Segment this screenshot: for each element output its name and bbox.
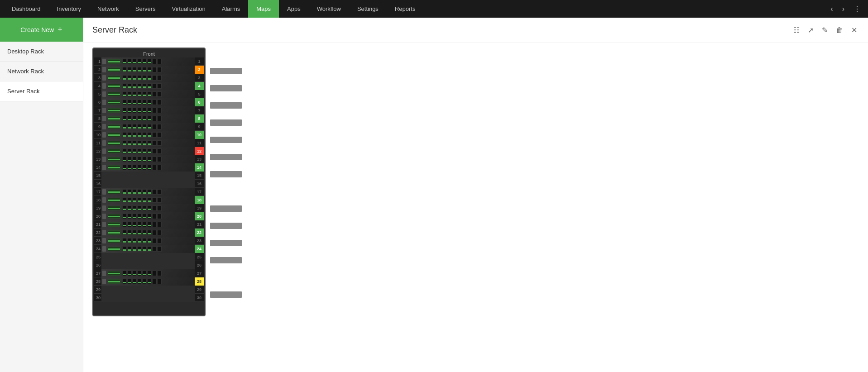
sidebar-item-network-rack[interactable]: Network Rack <box>0 62 83 81</box>
labels-panel <box>210 48 242 316</box>
drive-bay <box>122 189 127 195</box>
rack-row-right-num-7: 7 <box>195 106 204 114</box>
drive-bay <box>127 83 132 89</box>
server-led <box>102 140 106 146</box>
grid-view-icon[interactable]: ☷ <box>791 24 801 36</box>
top-nav: Dashboard Inventory Network Servers Virt… <box>0 0 868 18</box>
drive-bay <box>127 205 132 211</box>
server-led <box>102 75 106 81</box>
rack-row-23: 2323 <box>94 237 204 245</box>
rack-slot-24[interactable] <box>101 245 195 253</box>
nav-next-button[interactable]: › <box>839 3 848 15</box>
rack-slot-20[interactable] <box>101 212 195 220</box>
server-display <box>108 141 120 145</box>
label-tag-18 <box>210 205 242 212</box>
server-led <box>102 132 106 138</box>
rack-slot-8[interactable] <box>101 114 195 123</box>
drive-bay <box>127 124 132 129</box>
nav-network[interactable]: Network <box>89 0 127 18</box>
rack-slot-17[interactable] <box>101 188 195 196</box>
sidebar-item-server-rack[interactable]: Server Rack <box>0 81 83 101</box>
nav-dashboard[interactable]: Dashboard <box>4 0 49 18</box>
drive-bay <box>132 222 137 227</box>
nav-prev-button[interactable]: ‹ <box>827 3 836 15</box>
rack-slot-4[interactable] <box>101 82 195 90</box>
rack-row-right-num-23: 23 <box>195 237 204 245</box>
label-tag-4 <box>210 85 242 91</box>
rack-slot-12[interactable] <box>101 147 195 155</box>
nav-inventory[interactable]: Inventory <box>49 0 89 18</box>
drive-bay <box>122 157 127 162</box>
rack-row-10: 1010 <box>94 131 204 139</box>
drive-bay <box>122 214 127 219</box>
rack-slot-1[interactable] <box>101 57 195 66</box>
edit-icon[interactable]: ✎ <box>820 24 830 36</box>
rack-slot-22[interactable] <box>101 229 195 237</box>
nav-maps[interactable]: Maps <box>248 0 279 18</box>
drive-bay <box>157 148 162 154</box>
nav-apps[interactable]: Apps <box>279 0 309 18</box>
drive-bay <box>157 214 162 219</box>
rack-slot-29 <box>101 286 195 294</box>
drive-bay <box>157 165 162 170</box>
close-icon[interactable]: ✕ <box>849 24 859 36</box>
rack-slot-5[interactable] <box>101 90 195 98</box>
create-new-button[interactable]: Create New + <box>0 18 83 42</box>
expand-icon[interactable]: ➚ <box>806 24 815 36</box>
rack-slot-21[interactable] <box>101 220 195 229</box>
rack-row-12: 1212 <box>94 147 204 155</box>
rack-row-left-num-21: 21 <box>94 222 101 227</box>
drive-bay <box>142 91 147 97</box>
nav-servers[interactable]: Servers <box>127 0 164 18</box>
label-tag-20 <box>210 223 242 229</box>
rack-slot-19[interactable] <box>101 204 195 212</box>
rack-slot-13[interactable] <box>101 155 195 163</box>
sidebar-item-desktop-rack[interactable]: Desktop Rack <box>0 42 83 62</box>
drive-bay <box>132 108 137 113</box>
drive-bay <box>142 140 147 146</box>
nav-workflow[interactable]: Workflow <box>309 0 349 18</box>
rack-slot-16 <box>101 180 195 188</box>
delete-icon[interactable]: 🗑 <box>834 24 845 36</box>
drive-bay <box>142 230 147 235</box>
rack-row-24: 2424 <box>94 245 204 253</box>
rack-slot-27[interactable] <box>101 269 195 277</box>
nav-reports[interactable]: Reports <box>387 0 424 18</box>
rack-slot-3[interactable] <box>101 74 195 82</box>
nav-alarms[interactable]: Alarms <box>214 0 248 18</box>
drive-bay <box>137 108 142 113</box>
rack-row-left-num-8: 8 <box>94 116 101 121</box>
drive-bay <box>147 246 152 252</box>
server-display <box>108 124 120 129</box>
rack-slot-10[interactable] <box>101 131 195 139</box>
rack-slot-6[interactable] <box>101 98 195 106</box>
rack-slot-18[interactable] <box>101 196 195 204</box>
rack-slot-7[interactable] <box>101 106 195 114</box>
drive-bay <box>132 189 137 195</box>
rack-row-left-num-13: 13 <box>94 157 101 162</box>
rack-slot-11[interactable] <box>101 139 195 147</box>
rack-row-26: 2626 <box>94 261 204 269</box>
rack-slot-2[interactable] <box>101 66 195 74</box>
drive-bay <box>127 230 132 235</box>
drive-bay <box>127 75 132 81</box>
drive-bay <box>157 246 162 252</box>
server-drives <box>121 238 194 243</box>
server-display <box>108 247 120 251</box>
rack-slot-9[interactable] <box>101 123 195 131</box>
drive-bay <box>157 271 162 276</box>
rack-slot-28[interactable] <box>101 277 195 286</box>
rack-slot-14[interactable] <box>101 163 195 172</box>
label-tag-10 <box>210 137 242 143</box>
drive-bay <box>137 157 142 162</box>
drive-bay <box>127 165 132 170</box>
label-row-23 <box>210 248 242 256</box>
label-row-6 <box>210 101 242 110</box>
label-tag-2 <box>210 68 242 74</box>
drive-bay <box>152 238 157 243</box>
nav-settings[interactable]: Settings <box>349 0 387 18</box>
rack-slot-23[interactable] <box>101 237 195 245</box>
server-led <box>102 230 106 235</box>
nav-virtualization[interactable]: Virtualization <box>164 0 214 18</box>
nav-more-button[interactable]: ⋮ <box>850 3 864 15</box>
